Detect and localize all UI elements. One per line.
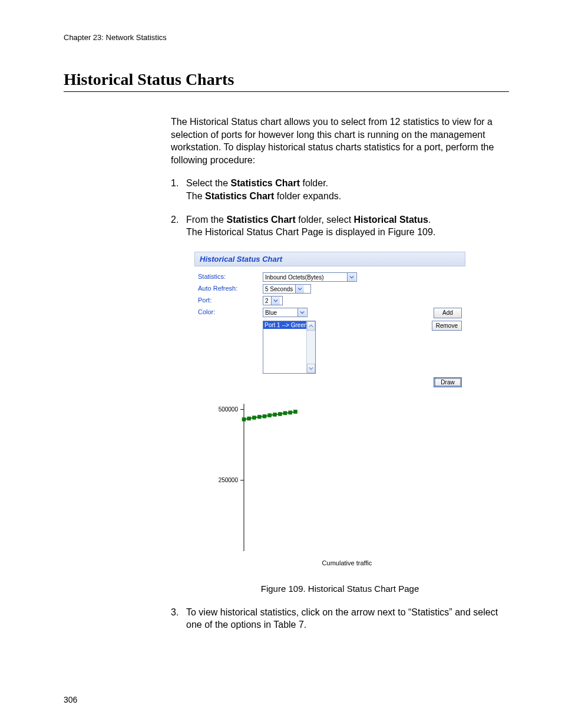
text: The Historical Status Chart Page is disp… (186, 227, 435, 237)
scroll-up-icon[interactable] (307, 321, 315, 331)
remove-button[interactable]: Remove (432, 321, 462, 331)
svg-rect-10 (268, 414, 272, 417)
chapter-header: Chapter 23: Network Statistics (64, 33, 509, 42)
text: folder, select (296, 215, 354, 225)
step-2: 2. From the Statistics Chart folder, sel… (171, 213, 509, 239)
historical-status-chart: 250000500000Cumulative traffic (209, 398, 456, 569)
step-1: 1. Select the Statistics Chart folder. T… (171, 177, 509, 202)
figure-caption: Figure 109. Historical Status Chart Page (171, 583, 509, 595)
svg-text:250000: 250000 (219, 477, 239, 483)
section-title: Historical Status Charts (64, 70, 509, 92)
text-bold: Statistics Chart (205, 191, 274, 201)
svg-rect-13 (283, 411, 287, 415)
svg-rect-6 (247, 417, 251, 420)
statistics-select[interactable]: Inbound Octets(Bytes) (263, 272, 357, 282)
text: To view historical statistics, click on … (186, 607, 498, 630)
add-button[interactable]: Add (434, 308, 462, 318)
text: folder expands. (274, 191, 341, 201)
auto-refresh-select[interactable]: 5 Seconds (263, 284, 311, 294)
svg-rect-15 (294, 410, 297, 414)
page-number: 306 (64, 695, 77, 704)
svg-rect-12 (278, 413, 282, 416)
select-value: Blue (265, 309, 277, 317)
svg-rect-9 (263, 414, 266, 418)
text: The (186, 191, 205, 201)
step-3: 3. To view historical statistics, click … (171, 606, 509, 631)
text: . (428, 215, 431, 225)
svg-text:Cumulative traffic: Cumulative traffic (322, 559, 372, 566)
label-color: Color: (198, 308, 263, 317)
port-select[interactable]: 2 (263, 296, 283, 305)
color-select[interactable]: Blue (263, 308, 308, 317)
label-statistics: Statistics: (198, 272, 263, 281)
text-bold: Statistics Chart (226, 215, 295, 225)
text: From the (186, 215, 226, 225)
svg-rect-14 (289, 411, 292, 414)
historical-status-chart-panel: Historical Status Chart Statistics: Inbo… (194, 252, 465, 574)
svg-rect-7 (253, 416, 256, 420)
label-auto-refresh: Auto Refresh: (198, 284, 263, 293)
svg-text:500000: 500000 (219, 406, 239, 413)
draw-button[interactable]: Draw (434, 377, 462, 388)
svg-rect-8 (257, 415, 261, 419)
port-color-listbox[interactable]: Port 1 --> Green (263, 321, 316, 374)
step-number: 1. (171, 177, 186, 202)
chevron-down-icon[interactable] (347, 273, 356, 281)
chevron-down-icon[interactable] (295, 285, 304, 293)
scrollbar[interactable] (306, 321, 315, 373)
chevron-down-icon[interactable] (271, 297, 280, 305)
scroll-down-icon[interactable] (307, 364, 315, 373)
svg-rect-11 (273, 413, 277, 417)
step-number: 2. (171, 213, 186, 239)
svg-rect-5 (242, 418, 246, 421)
label-port: Port: (198, 296, 263, 305)
chevron-down-icon[interactable] (297, 308, 306, 317)
select-value: 2 (265, 297, 269, 305)
text-bold: Historical Status (354, 215, 428, 225)
intro-paragraph: The Historical Status chart allows you t… (171, 116, 509, 166)
text: folder. (300, 178, 328, 188)
panel-title: Historical Status Chart (194, 252, 465, 267)
text-bold: Statistics Chart (231, 178, 300, 188)
text: Select the (186, 178, 231, 188)
step-number: 3. (171, 606, 186, 631)
select-value: Inbound Octets(Bytes) (265, 274, 324, 282)
select-value: 5 Seconds (265, 285, 293, 294)
